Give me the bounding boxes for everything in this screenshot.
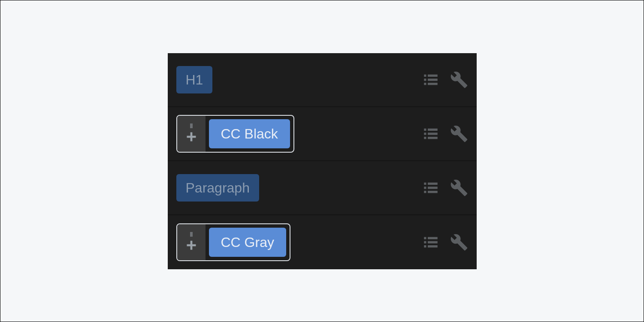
svg-rect-23 — [428, 237, 438, 239]
svg-rect-4 — [424, 83, 426, 85]
wrench-icon[interactable] — [450, 179, 468, 197]
class-pill-cc-black[interactable]: CC Black — [209, 119, 290, 148]
svg-rect-19 — [428, 191, 438, 193]
svg-rect-14 — [424, 182, 426, 184]
wrench-icon[interactable] — [450, 233, 468, 251]
list-icon[interactable] — [422, 125, 440, 143]
row-actions — [422, 179, 468, 197]
element-row[interactable]: CC Gray — [168, 215, 477, 269]
svg-rect-16 — [424, 187, 426, 189]
svg-rect-5 — [428, 83, 438, 85]
wrench-icon[interactable] — [450, 71, 468, 89]
svg-rect-7 — [187, 136, 196, 138]
svg-rect-24 — [424, 241, 426, 243]
add-class-button[interactable] — [177, 116, 206, 152]
row-actions — [422, 125, 468, 143]
svg-rect-18 — [424, 191, 426, 193]
plus-icon — [185, 131, 197, 143]
svg-rect-17 — [428, 187, 438, 189]
row-left: CC Black — [176, 115, 294, 153]
svg-rect-26 — [424, 245, 426, 247]
plus-icon — [185, 239, 197, 251]
svg-rect-2 — [424, 78, 426, 81]
add-class-button[interactable] — [177, 224, 206, 260]
row-left: H1 — [176, 66, 213, 93]
row-actions — [422, 233, 468, 251]
element-row[interactable]: CC Black — [168, 107, 477, 161]
row-actions — [422, 71, 468, 89]
wrench-icon[interactable] — [450, 125, 468, 143]
svg-rect-12 — [424, 137, 426, 139]
svg-rect-21 — [187, 244, 196, 247]
svg-rect-27 — [428, 245, 438, 247]
svg-rect-11 — [428, 132, 438, 135]
svg-rect-8 — [424, 128, 426, 130]
drag-handle-icon[interactable] — [190, 123, 193, 128]
svg-rect-3 — [428, 78, 438, 81]
class-pill-group: CC Black — [176, 115, 294, 153]
element-tag-paragraph[interactable]: Paragraph — [176, 174, 259, 202]
class-pill-cc-gray[interactable]: CC Gray — [209, 228, 286, 257]
svg-rect-10 — [424, 132, 426, 135]
svg-rect-9 — [428, 128, 438, 130]
svg-rect-13 — [428, 137, 438, 139]
element-row[interactable]: Paragraph — [168, 161, 477, 215]
class-pill-group: CC Gray — [176, 223, 290, 261]
list-icon[interactable] — [422, 233, 440, 251]
row-left: CC Gray — [176, 223, 290, 261]
drag-handle-icon[interactable] — [190, 232, 193, 237]
svg-rect-25 — [428, 241, 438, 243]
element-row[interactable]: H1 — [168, 53, 477, 107]
svg-rect-1 — [428, 74, 438, 76]
list-icon[interactable] — [422, 179, 440, 197]
svg-rect-22 — [424, 237, 426, 239]
row-left: Paragraph — [176, 174, 259, 202]
svg-rect-15 — [428, 182, 438, 184]
svg-rect-0 — [424, 74, 426, 76]
element-tag-h1[interactable]: H1 — [176, 66, 213, 93]
list-icon[interactable] — [422, 71, 440, 89]
element-list-panel: H1 CC Black — [168, 53, 477, 269]
